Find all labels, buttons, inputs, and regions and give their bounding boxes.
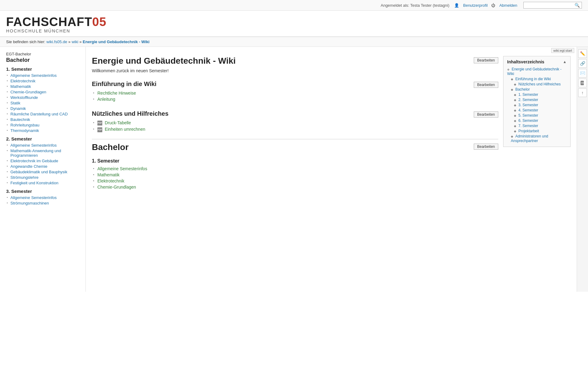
sidebar-link[interactable]: Angewandte Chemie: [6, 164, 81, 169]
wiki-id-tag: wiki:egt:start: [86, 47, 577, 53]
list-link[interactable]: Mathematik: [97, 172, 119, 177]
pdf-icon: PDF: [97, 121, 102, 126]
toc-collapse-arrow[interactable]: ▲: [563, 60, 567, 64]
sidebar-link[interactable]: Strömungslehre: [6, 175, 81, 180]
toc-link[interactable]: 1. Semester: [518, 92, 538, 97]
toc-bullet: ◆: [511, 135, 513, 138]
list-link[interactable]: Elektrotechnik: [97, 178, 124, 183]
mail-icon-button[interactable]: ✉️: [578, 69, 587, 77]
toc-link[interactable]: 6. Semester: [518, 118, 538, 123]
breadcrumb-link2[interactable]: wiki: [72, 39, 78, 44]
list-item: Allgemeine Semesterinfos: [92, 166, 498, 172]
scroll-up-icon-button[interactable]: ↑: [578, 88, 587, 97]
nuetzliches-section: Bearbeiten Nützliches und Hilfreiches PD…: [92, 110, 498, 136]
user-icon: 👤: [454, 3, 459, 8]
search-input[interactable]: [525, 3, 574, 8]
toc-link[interactable]: 5. Semester: [518, 113, 538, 118]
sidebar-link[interactable]: Statik: [6, 100, 81, 106]
sidebar-link[interactable]: Mathematik-Anwendung und Programmieren: [6, 148, 81, 158]
toc-list: ◆ Energie und Gebäudetechnik - Wiki ◆ Ei…: [507, 67, 567, 143]
breadcrumb-current: Energie und Gebäudetechnik - Wiki: [83, 39, 149, 44]
toc-link[interactable]: Energie und Gebäudetechnik - Wiki: [507, 67, 561, 76]
breadcrumb-prefix: Sie befinden sich hier:: [6, 39, 45, 44]
sidebar-link[interactable]: Festigkeit und Konstruktion: [6, 180, 81, 186]
sidebar-link[interactable]: Allgemeine Semesterinfos: [6, 143, 81, 148]
user-info-text: Angemeldet als: Testa Tester (testagni): [381, 3, 449, 8]
logo: FACHSCHAFT05: [6, 16, 582, 28]
bearbeiten-button-4[interactable]: Bearbeiten: [474, 144, 498, 150]
logout-icon: ⏻: [491, 3, 495, 8]
toc-link[interactable]: Nützliches und Hilfreiches: [518, 82, 561, 86]
edit-icon-button[interactable]: ✏️: [578, 49, 587, 58]
search-button[interactable]: 🔍: [574, 3, 580, 8]
sidebar-semester3-title: 3. Semester: [6, 189, 81, 194]
top-bar: Angemeldet als: Testa Tester (testagni) …: [0, 0, 588, 11]
bachelor-semester1-title: 1. Semester: [92, 158, 498, 164]
toc-item: ◆ 1. Semester: [507, 92, 567, 97]
toc-item: ◆ Nützliches und Hilfreiches: [507, 82, 567, 86]
list-item: Mathematik: [92, 172, 498, 178]
pdf-icon: PDF: [97, 127, 102, 132]
sidebar-link[interactable]: Bautechnik: [6, 117, 81, 122]
list-item: Rechtliche Hinweise: [92, 90, 498, 96]
profile-link[interactable]: Benutzerprofil: [463, 3, 488, 8]
sidebar-link[interactable]: Allgemeine Semesterinfos: [6, 73, 81, 78]
logout-link[interactable]: Abmelden: [499, 3, 517, 8]
sidebar-link[interactable]: Werkstoffkunde: [6, 95, 81, 100]
toc-link[interactable]: 7. Semester: [518, 124, 538, 128]
toc-link[interactable]: Bachelor: [515, 87, 530, 92]
section2-list: PDF Druck-Tabelle PDF Einheiten umrechne…: [92, 120, 498, 133]
sidebar-link[interactable]: Räumliche Darstellung und CAD: [6, 111, 81, 117]
bearbeiten-button-3[interactable]: Bearbeiten: [474, 111, 498, 118]
toc-link[interactable]: Projektarbeit: [518, 129, 539, 133]
bearbeiten-button-2[interactable]: Bearbeiten: [474, 82, 498, 88]
main-title: Energie und Gebäudetechnik - Wiki: [92, 56, 498, 66]
toc-link[interactable]: 4. Semester: [518, 108, 538, 112]
section2-title: Nützliches und Hilfreiches: [92, 110, 498, 117]
bachelor-semester1-section: 1. Semester Allgemeine Semesterinfos Mat…: [92, 158, 498, 193]
section1-title: Einführung in die Wiki: [92, 81, 498, 88]
toc-item: ◆ 3. Semester: [507, 103, 567, 107]
sidebar-link[interactable]: Elektrotechnik im Gebäude: [6, 158, 81, 163]
toc-item: ◆ Administratoren und Ansprechpartner: [507, 134, 567, 143]
breadcrumb-link1[interactable]: wiki.fs05.de: [47, 39, 67, 44]
toc-item: ◆ Bachelor: [507, 87, 567, 92]
toc-bullet: ◆: [507, 68, 510, 71]
toc-item: ◆ 2. Semester: [507, 97, 567, 102]
sidebar-link[interactable]: Gebäudeklimatik und Bauphysik: [6, 169, 81, 174]
toc-bullet: ◆: [514, 98, 516, 102]
toc-link[interactable]: 3. Semester: [518, 103, 538, 107]
list-link[interactable]: Anleitung: [97, 97, 115, 102]
toc-bullet: ◆: [511, 77, 513, 81]
list-item: Elektrotechnik: [92, 178, 498, 184]
bearbeiten-button-1[interactable]: Bearbeiten: [474, 57, 498, 63]
pdf-icon-button[interactable]: PDF: [578, 79, 587, 87]
list-link[interactable]: Allgemeine Semesterinfos: [97, 166, 147, 171]
main-subtitle: Willkommen zurück im neuen Semester!: [92, 68, 498, 73]
list-link[interactable]: Einheiten umrechnen: [105, 127, 145, 132]
bachelor-semester1-list: Allgemeine Semesterinfos Mathematik Elek…: [92, 166, 498, 190]
bachelor-header-section: Bearbeiten Bachelor: [92, 142, 498, 155]
breadcrumb-sep2: »: [79, 39, 83, 44]
sidebar-semester2-title: 2. Semester: [6, 136, 81, 141]
sidebar-link[interactable]: Thermodynamik: [6, 128, 81, 133]
list-link[interactable]: Druck-Tabelle: [105, 120, 131, 125]
toc-link[interactable]: 2. Semester: [518, 98, 538, 102]
sidebar-link[interactable]: Rohrleitungsbau: [6, 122, 81, 128]
sidebar-link[interactable]: Elektrotechnik: [6, 78, 81, 84]
toc-item: ◆ Einführung in die Wiki: [507, 77, 567, 81]
list-link[interactable]: Rechtliche Hinweise: [97, 91, 136, 96]
sidebar-link[interactable]: Chemie-Grundlagen: [6, 89, 81, 95]
sidebar-link[interactable]: Allgemeine Semesterinfos: [6, 195, 81, 200]
toc-bullet: ◆: [514, 114, 516, 117]
sidebar-link[interactable]: Mathematik: [6, 84, 81, 89]
sidebar-link[interactable]: Dynamik: [6, 106, 81, 111]
toc-link[interactable]: Administratoren und Ansprechpartner: [511, 134, 548, 143]
header: FACHSCHAFT05 HOCHSCHULE MÜNCHEN: [0, 11, 588, 37]
toc-bullet: ◆: [514, 83, 516, 86]
list-link[interactable]: Chemie-Grundlagen: [97, 185, 136, 190]
toc-link[interactable]: Einführung in die Wiki: [515, 77, 551, 81]
link-icon-button[interactable]: 🔗: [578, 59, 587, 68]
main-layout: EGT-Bachelor Bachelor 1. Semester Allgem…: [0, 47, 588, 292]
sidebar-link[interactable]: Strömungsmaschinen: [6, 201, 81, 206]
